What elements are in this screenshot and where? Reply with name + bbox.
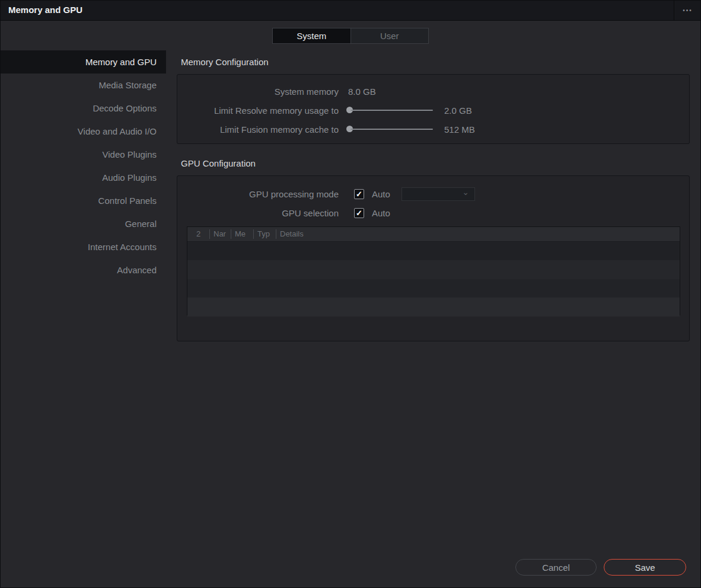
ellipsis-menu-button[interactable]: ••• [674,0,701,20]
sidebar-item-control-panels[interactable]: Control Panels [0,189,166,212]
sidebar-item-general[interactable]: General [0,212,166,235]
cancel-button[interactable]: Cancel [515,559,597,576]
gpu-configuration-heading: GPU Configuration [181,158,256,168]
sidebar-item-media-storage[interactable]: Media Storage [0,74,166,97]
memory-configuration-panel: System memory 8.0 GB Limit Resolve memor… [177,74,690,144]
fusion-cache-limit-label: Limit Fusion memory cache to [177,124,339,135]
sidebar-item-decode-options[interactable]: Decode Options [0,97,166,120]
table-row [187,260,680,279]
sidebar: Memory and GPU Media Storage Decode Opti… [0,50,166,282]
resolve-memory-limit-row: Limit Resolve memory usage to 2.0 GB [177,101,689,120]
sidebar-item-video-and-audio-io[interactable]: Video and Audio I/O [0,120,166,143]
gpu-processing-mode-label: GPU processing mode [177,189,339,199]
column-header-name: Nar [210,229,231,239]
column-header-count: 2 [187,229,210,239]
title-bar: Memory and GPU ••• [0,0,701,21]
gpu-table-body [187,242,680,317]
table-row [187,298,680,317]
gpu-selection-auto-label: Auto [372,208,390,218]
ellipsis-icon: ••• [683,7,693,14]
fusion-cache-limit-slider[interactable] [346,125,433,133]
gpu-processing-mode-row: GPU processing mode ✓ Auto ⌄ [177,184,689,203]
column-header-type: Typ [254,229,276,239]
gpu-selection-auto-checkbox[interactable]: ✓ [354,208,364,218]
memory-configuration-heading: Memory Configuration [181,57,269,67]
resolve-memory-limit-label: Limit Resolve memory usage to [177,106,339,116]
slider-track [350,129,433,130]
gpu-configuration-panel: GPU processing mode ✓ Auto ⌄ GPU selecti… [177,175,690,341]
checkmark-icon: ✓ [356,209,362,218]
gpu-list-table: 2 Nar Me Typ Details [187,226,680,315]
checkmark-icon: ✓ [356,190,362,199]
gpu-processing-mode-auto-label: Auto [372,189,390,199]
column-header-memory: Me [231,229,254,239]
window-title: Memory and GPU [0,0,82,20]
sidebar-item-memory-and-gpu[interactable]: Memory and GPU [0,50,166,74]
gpu-selection-label: GPU selection [177,208,339,218]
tab-user[interactable]: User [350,28,429,43]
chevron-down-icon: ⌄ [462,187,469,197]
tab-system[interactable]: System [273,28,350,43]
fusion-cache-limit-value: 512 MB [444,124,475,135]
gpu-processing-mode-auto-checkbox[interactable]: ✓ [354,189,364,199]
gpu-table-header: 2 Nar Me Typ Details [187,227,680,242]
sidebar-item-audio-plugins[interactable]: Audio Plugins [0,166,166,189]
system-memory-label: System memory [177,87,339,97]
fusion-cache-limit-row: Limit Fusion memory cache to 512 MB [177,120,689,139]
sidebar-item-video-plugins[interactable]: Video Plugins [0,143,166,166]
resolve-memory-limit-slider[interactable] [346,106,433,114]
table-row [187,279,680,298]
settings-scope-tabs: System User [272,28,429,44]
column-header-details: Details [276,229,680,239]
gpu-processing-mode-dropdown[interactable]: ⌄ [402,187,475,201]
resolve-memory-limit-value: 2.0 GB [444,106,472,116]
gpu-selection-row: GPU selection ✓ Auto [177,203,689,222]
save-button[interactable]: Save [604,559,686,576]
slider-track [350,110,433,111]
system-memory-value: 8.0 GB [348,87,376,97]
sidebar-item-internet-accounts[interactable]: Internet Accounts [0,235,166,258]
sidebar-item-advanced[interactable]: Advanced [0,258,166,282]
table-row [187,242,680,260]
system-memory-row: System memory 8.0 GB [177,82,689,101]
